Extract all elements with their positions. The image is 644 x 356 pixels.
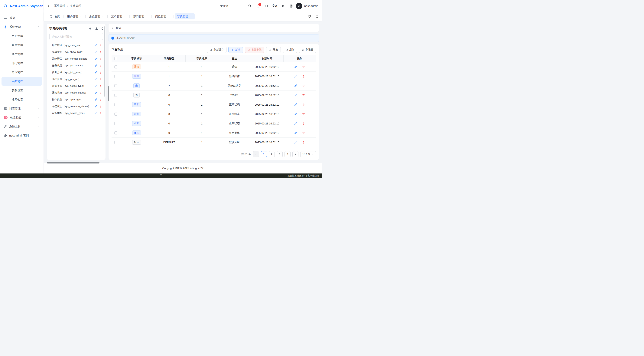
delete-icon[interactable] bbox=[302, 66, 305, 69]
row-checkbox[interactable] bbox=[114, 94, 118, 97]
dict-type-item[interactable]: 操作类型（sys_oper_type） bbox=[52, 96, 106, 103]
menu-fold-icon[interactable] bbox=[48, 4, 51, 8]
export-type-icon[interactable] bbox=[95, 27, 98, 30]
tab-close-icon[interactable] bbox=[124, 16, 126, 18]
dict-type-item[interactable]: 用户性别（sys_user_sex） bbox=[52, 42, 106, 49]
delete-icon[interactable] bbox=[302, 103, 305, 106]
edit-icon[interactable] bbox=[294, 131, 297, 134]
delete-icon[interactable] bbox=[302, 113, 305, 116]
dict-type-item[interactable]: 系统是否（sys_yes_no） bbox=[52, 76, 106, 83]
tab-首页[interactable]: 首页 bbox=[47, 14, 62, 20]
page-button-1[interactable]: 1 bbox=[261, 151, 267, 157]
delete-icon[interactable] bbox=[100, 78, 101, 81]
edit-icon[interactable] bbox=[94, 105, 97, 108]
refresh-type-icon[interactable] bbox=[101, 27, 103, 30]
edit-icon[interactable] bbox=[294, 141, 297, 144]
sidebar-item-用户管理[interactable]: 用户管理 bbox=[2, 32, 42, 40]
select-all-checkbox[interactable] bbox=[114, 57, 118, 60]
theme-config-button[interactable] bbox=[288, 3, 295, 10]
edit-icon[interactable] bbox=[294, 75, 297, 78]
column-header-1[interactable]: 字典键值 bbox=[153, 55, 186, 62]
column-header-0[interactable]: 字典标签 bbox=[120, 55, 153, 62]
edit-icon[interactable] bbox=[94, 112, 97, 115]
dict-type-item[interactable]: 系统状态（sys_common_status） bbox=[52, 103, 106, 110]
row-checkbox[interactable] bbox=[114, 122, 118, 125]
delete-icon[interactable] bbox=[302, 94, 305, 97]
delete-icon[interactable] bbox=[100, 51, 101, 54]
dict-type-item[interactable]: 任务分组（sys_job_group） bbox=[52, 69, 106, 76]
breadcrumb-item[interactable]: 字典管理 bbox=[70, 4, 81, 8]
edit-icon[interactable] bbox=[94, 92, 97, 94]
delete-icon[interactable] bbox=[100, 85, 101, 88]
delete-icon[interactable] bbox=[100, 64, 101, 67]
column-header-5[interactable]: 操作 bbox=[284, 55, 316, 62]
page-button-3[interactable]: 3 bbox=[276, 151, 282, 157]
row-checkbox[interactable] bbox=[114, 131, 118, 134]
sidebar-item-参数设置[interactable]: 参数设置 bbox=[2, 86, 42, 95]
delete-icon[interactable] bbox=[100, 92, 101, 94]
edit-icon[interactable] bbox=[94, 44, 97, 47]
username[interactable]: nest-admin bbox=[304, 4, 318, 8]
sidebar-item-角色管理[interactable]: 角色管理 bbox=[2, 41, 42, 49]
sidebar-item-monitor[interactable]: 系统监控 bbox=[2, 113, 42, 122]
delete-icon[interactable] bbox=[100, 58, 101, 60]
row-checkbox[interactable] bbox=[114, 75, 118, 78]
sidebar-item-site[interactable]: nest-admin官网 bbox=[2, 131, 42, 140]
tab-角色管理[interactable]: 角色管理 bbox=[86, 14, 106, 20]
prev-page-button[interactable] bbox=[253, 151, 259, 157]
delete-icon[interactable] bbox=[100, 44, 101, 47]
delete-icon[interactable] bbox=[302, 122, 305, 125]
refresh-page-icon[interactable] bbox=[308, 15, 311, 18]
edit-icon[interactable] bbox=[94, 51, 97, 54]
type-search-input[interactable] bbox=[49, 33, 103, 40]
edit-icon[interactable] bbox=[94, 98, 97, 101]
tab-close-icon[interactable] bbox=[80, 16, 82, 18]
edit-icon[interactable] bbox=[294, 84, 297, 87]
delete-icon[interactable] bbox=[302, 131, 305, 134]
tab-用户管理[interactable]: 用户管理 bbox=[64, 14, 84, 20]
notification-button[interactable]: 1 bbox=[254, 3, 262, 10]
dict-type-item[interactable]: 通知类型（sys_notice_type） bbox=[52, 83, 106, 89]
sidebar-item-log[interactable]: 日志管理 bbox=[2, 104, 42, 113]
delete-icon[interactable] bbox=[100, 98, 101, 101]
tab-close-icon[interactable] bbox=[102, 16, 104, 18]
edit-icon[interactable] bbox=[94, 78, 97, 81]
tab-部门管理[interactable]: 部门管理 bbox=[130, 14, 150, 20]
translate-button[interactable]: 文A bbox=[271, 3, 278, 10]
edit-icon[interactable] bbox=[94, 85, 97, 88]
dict-type-item[interactable]: 任务状态（sys_job_status） bbox=[52, 62, 106, 69]
sidebar-item-部门管理[interactable]: 部门管理 bbox=[2, 59, 42, 68]
edit-icon[interactable] bbox=[294, 103, 297, 106]
refresh-cache-button[interactable]: 刷新缓存 bbox=[207, 47, 226, 53]
row-checkbox[interactable] bbox=[114, 113, 118, 116]
page-button-2[interactable]: 2 bbox=[269, 151, 275, 157]
delete-icon[interactable] bbox=[100, 112, 101, 115]
sidebar-item-通知公告[interactable]: 通知公告 bbox=[2, 95, 42, 104]
refresh-button[interactable]: 刷新 bbox=[282, 47, 297, 53]
add-type-icon[interactable] bbox=[89, 27, 92, 30]
horizontal-scrollbar[interactable] bbox=[47, 162, 100, 163]
logo[interactable]: Nest-Admin-Soybean bbox=[0, 0, 44, 12]
dict-type-item[interactable]: 菜单状态（sys_show_hide） bbox=[52, 49, 106, 56]
column-header-3[interactable]: 备注 bbox=[218, 55, 251, 62]
column-header-4[interactable]: 创建时间 bbox=[251, 55, 284, 62]
edit-icon[interactable] bbox=[94, 64, 97, 67]
inner-scrollbar[interactable] bbox=[108, 86, 109, 101]
edit-icon[interactable] bbox=[94, 71, 97, 74]
column-header-2[interactable]: 字典排序 bbox=[186, 55, 218, 62]
dict-type-item[interactable]: 通知状态（sys_notice_status） bbox=[52, 89, 106, 96]
delete-icon[interactable] bbox=[302, 84, 305, 87]
sidebar-item-岗位管理[interactable]: 岗位管理 bbox=[2, 68, 42, 77]
delete-icon[interactable] bbox=[100, 71, 101, 74]
dict-type-item[interactable]: 系统开关（sys_normal_disable） bbox=[52, 56, 106, 62]
panel-scrollbar[interactable] bbox=[104, 27, 105, 97]
next-page-button[interactable] bbox=[292, 151, 298, 157]
page-button-4[interactable]: 4 bbox=[284, 151, 290, 157]
edit-icon[interactable] bbox=[294, 122, 297, 125]
row-checkbox[interactable] bbox=[114, 103, 118, 106]
delete-icon[interactable] bbox=[100, 105, 101, 108]
edit-icon[interactable] bbox=[294, 94, 297, 97]
delete-icon[interactable] bbox=[302, 141, 305, 144]
theme-toggle-button[interactable] bbox=[280, 3, 286, 10]
delete-icon[interactable] bbox=[302, 75, 305, 78]
